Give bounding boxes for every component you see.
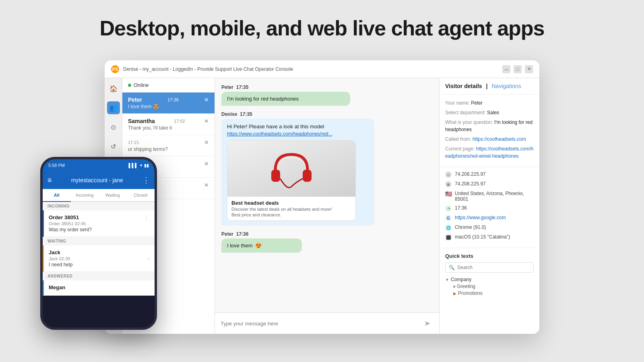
phone-jack-msg: I need help <box>49 262 72 267</box>
phone-jack-arrow[interactable]: › <box>148 255 150 262</box>
sidebar-icon-history[interactable]: ⊙ <box>107 121 120 134</box>
sidebar-icon-users[interactable]: 👥 <box>107 101 120 114</box>
chat-close-peter[interactable]: ✕ <box>204 97 209 103</box>
headphone-card-desc2: Best price and clearance. <box>231 212 351 217</box>
phone-order-more[interactable]: ⋮ <box>143 214 150 222</box>
phone-chat-jack-content: Jack Jack 02:39 I need help <box>49 249 72 267</box>
sidebar-icon-settings[interactable]: ↺ <box>107 140 120 153</box>
phone-account-name: mytestaccount - jane <box>55 177 139 183</box>
msg-sender-visitor2: Peter 17:36 <box>221 231 433 237</box>
msg-sender-agent: Denise 17:35 <box>221 111 433 117</box>
chat-close-3[interactable]: ✕ <box>204 139 209 146</box>
desktop-window: PS Denise - my_account - LoggedIn - Prov… <box>105 60 539 334</box>
quick-texts-section: Quick texts 🔍 ▼ Company Greeting ▶ <box>440 248 539 334</box>
send-button[interactable]: ➤ <box>421 317 433 330</box>
qt-company-parent[interactable]: ▼ Company <box>445 277 534 282</box>
called-link[interactable]: https://coolheadsets.com <box>473 136 526 142</box>
chat-time-3: 17:21 <box>128 140 139 145</box>
agent-msg-link[interactable]: https://www.coolheadsets.com/headphones/… <box>227 131 369 137</box>
meta-location-row: 🇺🇸 United States, Arizona, Phoenix, 8500… <box>445 191 534 202</box>
window-titlebar: PS Denise - my_account - LoggedIn - Prov… <box>105 60 539 78</box>
chat-messages: Peter 17:35 I'm looking for red headphon… <box>215 78 439 313</box>
love-text: I love them <box>227 243 253 249</box>
meta-browser-row: 🌐 Chrome (91.0) <box>445 224 534 231</box>
flag-icon: 🇺🇸 <box>445 191 452 197</box>
close-button[interactable]: ✕ <box>525 65 533 73</box>
phone-tab-incoming[interactable]: Incoming <box>71 189 99 201</box>
chat-list-item-3[interactable]: 17:21 ✕ ur shipping terms? <box>122 135 215 156</box>
msg-bubble-agent: Hi Peter! Please have a look at this mod… <box>221 119 374 226</box>
qt-company-arrow: ▼ <box>445 278 449 282</box>
qt-greeting[interactable]: Greeting <box>445 284 534 289</box>
headphone-card: Best headset deals Discover the latest d… <box>227 140 356 221</box>
msg-bubble-visitor1: I'm looking for red headphones <box>221 92 350 106</box>
maximize-button[interactable]: □ <box>514 65 522 73</box>
qt-promotions[interactable]: ▶ Promotions <box>445 290 534 296</box>
phone-tab-all[interactable]: All <box>43 189 71 202</box>
svg-rect-0 <box>271 170 280 182</box>
phone-chat-order[interactable]: Order 38051 Order 38051 02:45 Was my ord… <box>43 210 155 237</box>
chat-close-5[interactable]: ✕ <box>204 182 209 188</box>
question-label: What is your question: <box>445 119 493 125</box>
chat-close-samantha[interactable]: ✕ <box>204 118 209 124</box>
meta-ip2-row: ▦ 74.208.225.97 <box>445 181 534 187</box>
phone-tab-waiting[interactable]: Waiting <box>99 189 127 201</box>
headphone-card-desc1: Discover the latest deals on all headset… <box>231 207 351 212</box>
phone-order-name: Order 38051 <box>49 214 92 220</box>
visitor-panel: Visitor details | Navigations Your name:… <box>440 78 539 334</box>
visitor-panel-header: Visitor details | Navigations <box>440 78 539 95</box>
phone-section-incoming: INCOMING <box>43 202 155 210</box>
meta-ip2: 74.208.225.97 <box>455 181 486 187</box>
qt-company: ▼ Company Greeting ▶ Promotions <box>445 277 534 296</box>
qt-company-label: Company <box>451 277 471 282</box>
phone-tab-closed[interactable]: Closed <box>127 189 155 201</box>
phone-jack-name: Jack <box>49 249 72 255</box>
minimize-button[interactable]: — <box>502 65 510 73</box>
msg-bubble-visitor2: I love them 😍 <box>221 239 302 253</box>
visitor-panel-title: Visitor details <box>445 83 482 89</box>
visitor-called-row: Called from: https://coolheadsets.com <box>445 136 534 143</box>
sidebar-icon-home[interactable]: 🏠 <box>107 82 120 95</box>
quick-search-box[interactable]: 🔍 <box>445 262 534 273</box>
meta-browser: Chrome (91.0) <box>455 224 486 230</box>
love-emoji: 😍 <box>255 243 262 249</box>
chat-time-peter: 17:36 <box>167 97 179 102</box>
search-icon: 🔍 <box>449 265 455 270</box>
phone-chat-megan-content: Megan <box>49 284 65 291</box>
meta-location: United States, Arizona, Phoenix, 85001 <box>455 191 534 202</box>
visitor-name-row: Your name: Peter <box>445 99 534 107</box>
browser-icon: 🌐 <box>445 224 452 231</box>
chat-input-area: ➤ <box>215 313 439 334</box>
visitor-nav-link[interactable]: Navigations <box>491 83 521 89</box>
app-layout: 🏠 👥 ⊙ ↺ ℹ Online Peter 17:36 ✕ I love th… <box>105 78 539 334</box>
chat-close-4[interactable]: ✕ <box>204 160 209 167</box>
phone-chat-megan[interactable]: Megan <box>43 280 155 296</box>
name-label: Your name: <box>445 100 470 106</box>
phone-chat-jack[interactable]: Jack Jack 02:39 I need help › <box>43 245 155 272</box>
meta-ip1-row: ⊙ 74.208.225.97 <box>445 171 534 178</box>
phone-more-icon[interactable]: ⋮ <box>142 176 150 185</box>
phone-section-waiting: WAITING <box>43 237 155 245</box>
phone-menu-icon[interactable]: ≡ <box>47 176 52 185</box>
msg-row-visitor2: Peter 17:36 I love them 😍 <box>221 231 433 253</box>
page-title: Desktop, mobile, and web live chat agent… <box>0 0 644 52</box>
chat-preview-3: ur shipping terms? <box>128 146 209 152</box>
chat-list-item-samantha[interactable]: Samantha 17:02 ✕ Thank you, I'll take it <box>122 114 215 135</box>
chat-list-item-peter[interactable]: Peter 17:36 ✕ I love them 😍 <box>122 93 215 114</box>
phone-time: 5:58 PM <box>48 163 65 168</box>
meta-referrer[interactable]: https://www.google.com <box>455 215 506 220</box>
qt-promotions-arrow: ▶ <box>453 291 456 296</box>
clock-icon: ◔ <box>445 205 452 212</box>
msg-row-agent: Denise 17:35 Hi Peter! Please have a loo… <box>221 111 433 226</box>
phone-jack-sub: Jack 02:39 <box>49 256 72 261</box>
headphone-svg <box>267 146 316 191</box>
msg-sender-visitor1: Peter 17:35 <box>221 84 433 90</box>
dept-value: Sales <box>487 110 499 115</box>
svg-rect-1 <box>303 170 312 182</box>
quick-search-input[interactable] <box>457 265 530 270</box>
current-label: Current page: <box>445 146 475 152</box>
chat-input[interactable] <box>221 321 417 327</box>
chat-name-peter: Peter <box>128 97 142 103</box>
phone-order-sub: Order 38051 02:45 <box>49 221 92 226</box>
chat-list-header: Online <box>122 78 215 93</box>
